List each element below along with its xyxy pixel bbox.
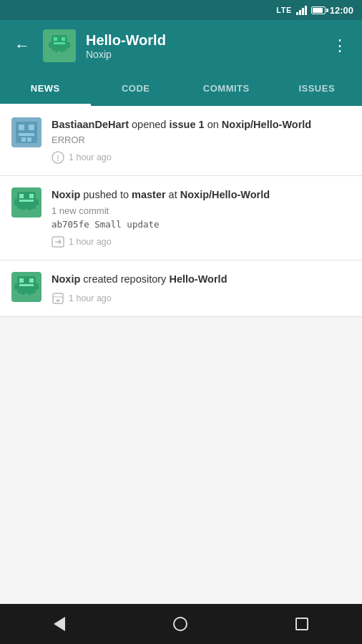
user-avatar: [11, 117, 41, 147]
tab-commits[interactable]: COMMITS: [181, 72, 272, 106]
repo-info: Hello-World Noxip: [86, 31, 319, 60]
svg-rect-3: [54, 42, 65, 44]
time-ago: 1 hour ago: [69, 152, 112, 162]
clock: 12:00: [330, 5, 353, 16]
feed-item-create[interactable]: Noxip created repository Hello-World 1 h…: [0, 260, 362, 317]
svg-rect-19: [29, 194, 34, 198]
battery-icon: [311, 6, 326, 14]
nav-recents-icon: [295, 618, 308, 630]
noxip-avatar-push: [11, 187, 41, 218]
feed-meta-create: 1 hour ago: [52, 292, 351, 305]
svg-rect-33: [21, 288, 25, 295]
svg-rect-34: [28, 288, 31, 295]
signal-icon: [296, 5, 307, 15]
svg-rect-4: [49, 42, 52, 48]
nav-bar: [0, 604, 362, 644]
svg-rect-11: [29, 125, 34, 130]
svg-rect-29: [29, 278, 34, 283]
svg-rect-5: [67, 42, 70, 48]
svg-text:!: !: [57, 154, 59, 162]
svg-rect-21: [14, 199, 18, 205]
time-ago: 1 hour ago: [69, 237, 112, 247]
svg-rect-12: [19, 133, 34, 136]
error-icon: !: [52, 151, 64, 164]
feed-item-issue[interactable]: BastiaanDeHart opened issue 1 on Noxip/H…: [0, 106, 362, 176]
svg-rect-22: [35, 199, 39, 205]
feed-body-issue: BastiaanDeHart opened issue 1 on Noxip/H…: [52, 117, 351, 164]
time-ago: 1 hour ago: [69, 293, 112, 303]
status-bar: LTE 12:00: [0, 0, 362, 20]
tab-bar: NEWS CODE COMMITS ISSUES: [0, 72, 362, 106]
svg-rect-24: [28, 204, 31, 210]
app-bar: ← Hello-World Noxip ⋮: [0, 20, 362, 72]
svg-rect-23: [21, 204, 25, 210]
error-label: ERROR: [52, 135, 351, 145]
feed-item-push[interactable]: Noxip pushed to master at Noxip/Hello-Wo…: [0, 176, 362, 260]
push-icon: [52, 235, 64, 248]
feed-meta-issue: ! 1 hour ago: [52, 151, 351, 164]
nav-home-button[interactable]: [159, 611, 202, 637]
back-button[interactable]: ←: [11, 34, 33, 58]
commit-count: 1 new commit: [52, 205, 351, 216]
svg-rect-28: [19, 278, 24, 283]
svg-rect-2: [62, 37, 65, 41]
feed-meta-push: 1 hour ago: [52, 235, 351, 248]
nav-back-button[interactable]: [39, 611, 79, 637]
svg-rect-18: [19, 194, 24, 198]
feed-content: BastiaanDeHart opened issue 1 on Noxip/H…: [0, 106, 362, 604]
repo-owner: Noxip: [86, 49, 319, 60]
tab-news[interactable]: NEWS: [0, 72, 91, 106]
feed-title-push: Noxip pushed to master at Noxip/Hello-Wo…: [52, 187, 351, 202]
svg-rect-30: [19, 284, 34, 286]
svg-rect-32: [35, 283, 39, 290]
tab-issues[interactable]: ISSUES: [272, 72, 363, 106]
svg-rect-14: [27, 137, 31, 142]
repo-avatar-icon: [46, 32, 73, 59]
svg-rect-6: [55, 47, 59, 52]
svg-rect-1: [54, 37, 57, 41]
feed-body-push: Noxip pushed to master at Noxip/Hello-Wo…: [52, 187, 351, 248]
svg-rect-31: [14, 283, 18, 290]
feed-title-issue: BastiaanDeHart opened issue 1 on Noxip/H…: [52, 117, 351, 132]
repo-create-icon: [52, 292, 64, 305]
repo-avatar: [43, 29, 76, 62]
svg-rect-13: [21, 137, 26, 142]
svg-rect-20: [19, 200, 34, 202]
repo-name: Hello-World: [86, 31, 319, 49]
nav-recents-button[interactable]: [281, 612, 323, 636]
lte-indicator: LTE: [276, 6, 291, 14]
svg-rect-7: [60, 47, 64, 52]
svg-rect-10: [19, 125, 24, 130]
feed-body-create: Noxip created repository Hello-World 1 h…: [52, 272, 351, 305]
nav-home-icon: [173, 617, 187, 631]
nav-back-icon: [54, 617, 65, 631]
feed-title-create: Noxip created repository Hello-World: [52, 272, 351, 286]
tab-code[interactable]: CODE: [91, 72, 182, 106]
commit-detail: ab705fe Small update: [52, 219, 351, 230]
more-options-button[interactable]: ⋮: [329, 34, 351, 58]
noxip-avatar-create: [11, 272, 41, 302]
